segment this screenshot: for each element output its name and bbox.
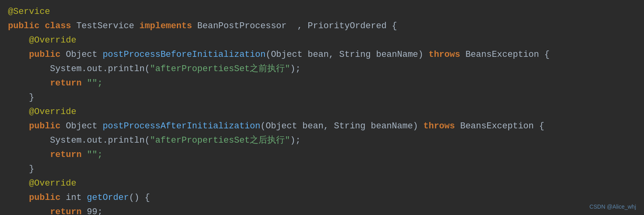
code-token: return — [50, 78, 87, 88]
code-token: @Override — [29, 178, 76, 188]
code-token — [8, 121, 29, 131]
code-token: out — [87, 64, 103, 74]
code-line-line7: } — [8, 91, 636, 105]
code-line-line14: public int getOrder() { — [8, 191, 636, 205]
code-token: ); — [290, 64, 301, 74]
code-token: .println( — [103, 64, 150, 74]
code-token: System. — [8, 64, 87, 74]
code-token — [8, 178, 29, 188]
code-token — [8, 78, 50, 88]
code-token — [8, 107, 29, 117]
code-token: ); — [290, 136, 301, 145]
code-token: public — [8, 21, 45, 31]
code-token: ""; — [87, 78, 103, 88]
code-line-line12: } — [8, 162, 636, 176]
code-line-line13: @Override — [8, 176, 636, 191]
code-token: .println( — [103, 136, 150, 145]
code-token — [8, 193, 29, 203]
code-token: public — [29, 193, 66, 203]
code-token — [8, 50, 29, 60]
code-token: BeansException { — [466, 50, 550, 60]
code-token: return — [50, 207, 87, 215]
code-line-line5: System.out.println("afterPropertiesSet之前… — [8, 62, 636, 76]
code-line-line6: return ""; — [8, 76, 636, 91]
code-token: getOrder — [87, 193, 129, 203]
code-token: out — [87, 136, 103, 145]
code-block: @Servicepublic class TestService impleme… — [0, 0, 644, 215]
code-token: "afterPropertiesSet之前执行" — [150, 64, 290, 74]
code-token: } — [8, 93, 34, 103]
code-token: postProcessAfterInitialization — [103, 121, 260, 131]
code-token — [8, 35, 29, 45]
code-line-line15: return 99; — [8, 205, 636, 215]
code-token: (Object bean, String beanName) — [260, 121, 423, 131]
code-token: System. — [8, 136, 87, 145]
code-line-line4: public Object postProcessBeforeInitializ… — [8, 48, 636, 62]
code-token: implements — [139, 21, 197, 31]
code-token: public — [29, 50, 66, 60]
code-token: BeanPostProcessor , PriorityOrdered { — [197, 21, 397, 31]
code-line-line1: @Service — [8, 5, 636, 19]
code-token: @Override — [29, 35, 76, 45]
code-token — [8, 150, 50, 160]
code-line-line3: @Override — [8, 33, 636, 48]
code-token: public — [29, 121, 66, 131]
code-token: TestService — [76, 21, 139, 31]
code-token: int — [66, 193, 87, 203]
code-token: @Override — [29, 107, 76, 117]
code-line-line2: public class TestService implements Bean… — [8, 19, 636, 33]
code-token: return — [50, 150, 87, 160]
code-token: "afterPropertiesSet之后执行" — [150, 136, 290, 145]
code-token: (Object bean, String beanName) — [266, 50, 429, 60]
code-line-line8: @Override — [8, 105, 636, 119]
code-token: BeansException { — [460, 121, 544, 131]
code-token: 99; — [87, 207, 103, 215]
code-token — [8, 207, 50, 215]
watermark-label: CSDN @Alice_whj — [589, 202, 636, 211]
code-token: throws — [429, 50, 465, 60]
code-token: class — [45, 21, 76, 31]
code-line-line10: System.out.println("afterPropertiesSet之后… — [8, 134, 636, 148]
code-token: Object — [66, 121, 102, 131]
code-token: Object — [66, 50, 102, 60]
code-token: () { — [129, 193, 150, 203]
code-token: } — [8, 164, 34, 174]
code-token: @Service — [8, 7, 50, 17]
code-token: throws — [423, 121, 460, 131]
code-token: ""; — [87, 150, 103, 160]
code-line-line9: public Object postProcessAfterInitializa… — [8, 119, 636, 134]
code-token: postProcessBeforeInitialization — [103, 50, 266, 60]
code-line-line11: return ""; — [8, 148, 636, 162]
